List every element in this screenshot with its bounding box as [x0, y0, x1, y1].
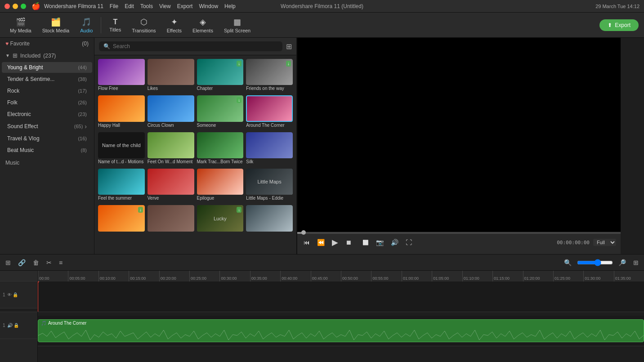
menu-edit[interactable]: Edit	[125, 3, 134, 9]
media-item-chapter[interactable]: ↓Chapter	[197, 59, 244, 93]
minimize-button[interactable]	[13, 4, 18, 9]
menu-export[interactable]: Export	[177, 3, 193, 9]
media-item-item19[interactable]: Lucky↓	[197, 205, 244, 234]
media-item-name-of-child[interactable]: Name of the childName of t...d - Motions	[98, 132, 145, 166]
export-button[interactable]: ⬆ Export	[599, 19, 639, 31]
timeline-add-track-button[interactable]: ⊞	[4, 258, 13, 267]
timeline-grid-button[interactable]: ⊞	[631, 258, 640, 267]
toolbar-effects[interactable]: ✦ Effects	[162, 15, 186, 35]
close-button[interactable]	[4, 4, 10, 9]
media-item-circus-clown[interactable]: Circus Clown	[148, 95, 194, 129]
playhead[interactable]	[38, 282, 38, 312]
ruler-mark-7: 00:35:00	[250, 271, 280, 282]
media-item-flow-free[interactable]: Flow Free	[98, 59, 145, 93]
media-item-item18[interactable]	[148, 205, 194, 234]
sidebar-item-rock[interactable]: Rock (17)	[2, 85, 92, 96]
preview-fullscreen-button[interactable]: ⛶	[404, 238, 414, 247]
sidebar-rock-count: (17)	[78, 88, 87, 94]
sidebar-beat-music-count: (8)	[81, 147, 87, 153]
sidebar-item-young-bright[interactable]: Young & Bright (44)	[2, 62, 92, 73]
traffic-lights[interactable]	[4, 4, 26, 9]
toolbar-audio[interactable]: 🎵 Audio	[76, 15, 97, 35]
timeline-zoom-out-button[interactable]: 🔍	[562, 258, 573, 267]
preview-progress-bar[interactable]	[297, 232, 621, 234]
preview-caption-button[interactable]: ⬜	[361, 239, 371, 246]
menu-file[interactable]: File	[110, 3, 118, 9]
sidebar-electronic-label: Electronic	[7, 111, 31, 117]
sidebar-item-folk[interactable]: Folk (26)	[2, 97, 92, 108]
scroll-right-icon[interactable]: ›	[85, 123, 87, 130]
sidebar-favorite[interactable]: ♥ Favorite (0)	[0, 38, 94, 49]
track-1-lock-icon[interactable]: 🔒	[13, 292, 18, 297]
track-labels: 1 👁 🔒 1 🔊 🔒	[0, 271, 38, 362]
media-item-likes[interactable]: Likes	[148, 59, 194, 93]
toolbar-titles[interactable]: T Titles	[105, 16, 125, 34]
media-item-someone[interactable]: ↓Someone	[197, 95, 244, 129]
media-item-feel-the-summer[interactable]: Feel the summer	[98, 169, 145, 202]
maximize-button[interactable]	[21, 4, 26, 9]
search-bar: 🔍 ⊞	[94, 38, 296, 55]
timeline-zoom-in-button[interactable]: 🔎	[617, 258, 628, 267]
timeline-delete-button[interactable]: 🗑	[31, 258, 41, 267]
track-1-eye-icon[interactable]: 👁	[7, 292, 12, 297]
toolbar-transitions[interactable]: ⬡ Transitions	[127, 15, 160, 35]
ruler-mark-15: 01:15:00	[492, 271, 523, 282]
app-body: 🎬 My Media 🗂️ Stock Media 🎵 Audio T Titl…	[0, 13, 644, 362]
toolbar-my-media[interactable]: 🎬 My Media	[5, 15, 36, 35]
media-item-little-maps[interactable]: Little MapsLittle Maps - Eddie	[246, 169, 293, 202]
sidebar-item-sound-effect[interactable]: Sound Effect (65) ›	[2, 121, 92, 132]
menu-help[interactable]: Help	[224, 3, 236, 9]
sidebar-item-tender[interactable]: Tender & Sentime... (38)	[2, 74, 92, 85]
toolbar-elements[interactable]: ◈ Elements	[188, 15, 218, 35]
preview-play-button[interactable]: ▶	[330, 237, 340, 248]
sidebar-item-travel-vlog[interactable]: Travel & Vlog (16)	[2, 133, 92, 144]
track-2-audio-icon[interactable]: 🔊	[7, 323, 13, 328]
sidebar-included-header[interactable]: ▼ ⊞ Included (237)	[0, 49, 94, 62]
media-item-verve[interactable]: Verve	[148, 169, 194, 202]
timeline-content: 1 👁 🔒 1 🔊 🔒 00:0000:05:0000:10:0000:	[0, 271, 644, 362]
preview-stop-button[interactable]: ⏹	[344, 238, 353, 247]
grid-toggle-icon[interactable]: ⊞	[286, 42, 292, 51]
ruler-mark-12: 01:00:00	[402, 271, 432, 282]
media-item-friends-on-the-way[interactable]: ↓Friends on the way	[246, 59, 293, 93]
sidebar-electronic-count: (23)	[78, 112, 87, 117]
media-item-item17[interactable]: ↓	[98, 205, 145, 234]
sidebar-music-footer[interactable]: Music	[0, 156, 94, 170]
audio-clip[interactable]: 🎵 Around The Corner	[38, 319, 644, 342]
preview-screenshot-button[interactable]: 📷	[374, 238, 385, 247]
menu-app[interactable]: Wondershare Filmora 11	[44, 3, 103, 9]
toolbar-stock-media[interactable]: 🗂️ Stock Media	[38, 15, 74, 35]
search-input[interactable]	[113, 43, 278, 49]
sidebar-young-bright-count: (44)	[78, 65, 87, 70]
preview-rewind-button[interactable]: ⏮	[302, 238, 312, 247]
timeline-cut-button[interactable]: ✂	[45, 258, 54, 267]
track-2-lock-icon[interactable]: 🔒	[13, 323, 19, 328]
preview-step-back-button[interactable]: ⏪	[315, 238, 326, 247]
media-item-feet-on-water[interactable]: Feet On W...d Moment	[148, 132, 194, 166]
included-arrow-icon: ▼	[5, 53, 10, 58]
menu-view[interactable]: View	[159, 3, 171, 9]
sidebar-beat-music-label: Beat Music	[7, 147, 34, 153]
media-thumb-silk	[246, 132, 293, 158]
toolbar-split-screen[interactable]: ▦ Split Screen	[219, 15, 255, 35]
media-item-item20[interactable]	[246, 205, 293, 234]
preview-progress-thumb[interactable]	[301, 230, 306, 235]
download-icon: ↓	[237, 97, 242, 103]
media-item-around-the-corner[interactable]: Around The Corner	[246, 95, 293, 129]
preview-volume-button[interactable]: 🔊	[389, 238, 400, 247]
timeline-link-button[interactable]: 🔗	[16, 258, 27, 267]
media-item-happy-hall[interactable]: Happy Hall	[98, 95, 145, 129]
media-thumb-flow-free	[98, 59, 145, 85]
menu-window[interactable]: Window	[199, 3, 218, 9]
timeline-toolbar: ⊞ 🔗 🗑 ✂ ≡ 🔍 🔎 ⊞	[0, 255, 644, 271]
sidebar-item-electronic[interactable]: Electronic (23)	[2, 109, 92, 120]
media-item-mark-trac[interactable]: Mark Trac...Born Twice	[197, 132, 244, 166]
media-item-epilogue[interactable]: Epilogue	[197, 169, 244, 202]
menu-tools[interactable]: Tools	[140, 3, 153, 9]
timeline-list-button[interactable]: ≡	[57, 258, 64, 267]
search-box[interactable]: 🔍	[99, 41, 282, 51]
sidebar-item-beat-music[interactable]: Beat Music (8)	[2, 145, 92, 156]
timeline-zoom-slider[interactable]	[577, 259, 613, 266]
media-item-silk[interactable]: Silk	[246, 132, 293, 166]
zoom-select[interactable]: Full 75% 50%	[593, 239, 616, 246]
